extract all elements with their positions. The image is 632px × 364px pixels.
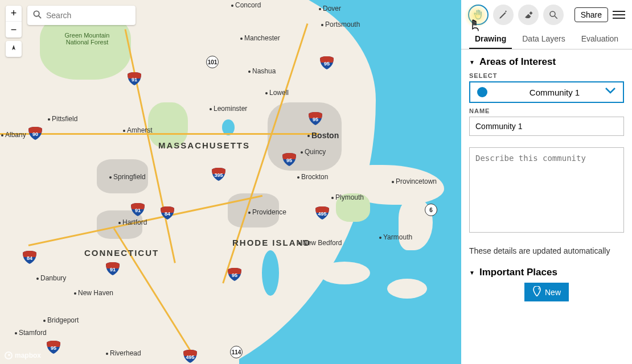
interstate-shield: 91 — [130, 202, 146, 217]
tab-data-layers[interactable]: Data Layers — [516, 30, 571, 49]
important-places-header[interactable]: ▼ Important Places — [469, 267, 624, 278]
city-label: Springfield — [109, 173, 146, 181]
zoom-control: + − — [6, 6, 22, 38]
svg-line-3 — [555, 16, 557, 19]
city-label: New Bedford — [298, 239, 342, 247]
city-label: New Haven — [74, 289, 113, 297]
collapse-icon: ▼ — [469, 270, 475, 276]
new-place-label: New — [545, 288, 561, 297]
compass-icon — [10, 45, 18, 53]
city-label: Provincetown — [392, 177, 437, 185]
city-label: Pittsfield — [48, 115, 77, 123]
us-route-shield: 6 — [425, 204, 437, 216]
collapse-icon: ▼ — [469, 59, 475, 65]
city-label: Boston — [307, 131, 339, 140]
zoom-compass-group: + − — [6, 6, 22, 57]
city-label: Danbury — [36, 274, 66, 282]
svg-text:+: + — [537, 286, 540, 292]
interstate-shield: 95 — [227, 267, 243, 282]
inspect-tool-button[interactable] — [543, 5, 564, 25]
select-label: SELECT — [469, 72, 624, 79]
eraser-icon — [523, 10, 533, 20]
areas-of-interest-header[interactable]: ▼ Areas of Interest — [469, 56, 624, 68]
community-select[interactable]: Community 1 — [469, 81, 624, 103]
city-label: Brockton — [297, 173, 328, 181]
search-box[interactable] — [27, 6, 136, 25]
city-label: Manchester — [240, 34, 280, 42]
state-label: CONNECTICUT — [84, 248, 159, 258]
new-place-button[interactable]: + New — [524, 283, 569, 301]
community-color-swatch — [477, 87, 487, 97]
city-label: Providence — [248, 208, 286, 216]
search-input[interactable] — [46, 11, 130, 20]
svg-line-1 — [39, 15, 41, 18]
interstate-shield: 495 — [182, 349, 198, 364]
interstate-shield: 95 — [281, 152, 297, 167]
lake — [262, 250, 279, 296]
city-label: Dover — [319, 5, 341, 13]
interstate-shield: 91 — [105, 262, 121, 276]
city-label: Stamford — [15, 329, 47, 337]
map-canvas[interactable]: MASSACHUSETTSCONNECTICUTRHODE ISLANDConc… — [0, 0, 461, 364]
search-icon — [33, 10, 42, 21]
mapbox-attribution: mapbox — [5, 351, 41, 359]
interstate-shield: 395 — [211, 167, 227, 182]
pan-tool-button[interactable] — [468, 5, 489, 25]
important-places-title: Important Places — [479, 267, 557, 278]
svg-point-2 — [550, 11, 555, 16]
autoupdate-note: These details are updated automatically — [469, 246, 624, 255]
city-label: Nashua — [248, 67, 276, 75]
us-route-shield: 101 — [206, 56, 219, 68]
interstate-shield: 495 — [314, 206, 330, 221]
marthas-vineyard — [319, 262, 370, 284]
name-label: NAME — [469, 107, 624, 114]
app-root: MASSACHUSETTSCONNECTICUTRHODE ISLANDConc… — [0, 0, 632, 364]
state-label: MASSACHUSETTS — [158, 140, 250, 150]
interstate-shield: 95 — [307, 111, 323, 126]
zoom-in-button[interactable]: + — [6, 6, 22, 22]
city-label: Plymouth — [331, 193, 364, 201]
city-label: Albany — [1, 131, 26, 139]
mapbox-logo-icon — [5, 351, 13, 359]
interstate-shield: 91 — [126, 72, 142, 86]
interstate-shield: 95 — [319, 56, 335, 71]
interstate-shield: 84 — [159, 206, 175, 221]
city-label: Hartford — [118, 218, 147, 226]
draw-tool-button[interactable] — [493, 5, 514, 25]
community-description-textarea[interactable] — [469, 147, 624, 233]
interstate-shield: 84 — [22, 250, 38, 265]
city-label: Riverhead — [106, 349, 141, 357]
tab-drawing[interactable]: Drawing — [469, 30, 512, 49]
city-label: Lowell — [265, 89, 289, 97]
city-label: Concord — [231, 1, 261, 9]
zoom-out-button[interactable]: − — [6, 22, 22, 38]
city-label: Bridgeport — [43, 316, 79, 324]
community-select-value: Community 1 — [504, 88, 605, 97]
city-label: Quincy — [301, 148, 326, 156]
section-important-places: ▼ Important Places + New — [469, 267, 624, 301]
tabs: Drawing Data Layers Evaluation — [461, 30, 632, 49]
reset-bearing-button[interactable] — [6, 41, 22, 57]
nantucket — [387, 279, 427, 299]
chevron-down-icon — [605, 87, 616, 97]
pencil-icon — [498, 10, 508, 20]
tab-evaluation[interactable]: Evaluation — [576, 30, 624, 49]
sidebar: Share Drawing Data Layers Evaluation ▼ A… — [461, 0, 632, 364]
mapbox-attribution-text: mapbox — [15, 351, 41, 359]
toolbar: Share — [461, 0, 632, 27]
magnifier-icon — [548, 10, 559, 20]
section-areas-of-interest: ▼ Areas of Interest SELECT Community 1 N… — [469, 56, 624, 255]
us-route-shield: 114 — [230, 346, 243, 358]
pin-plus-icon: + — [532, 286, 541, 298]
city-label: Leominster — [210, 105, 247, 113]
menu-button[interactable] — [613, 9, 625, 21]
erase-tool-button[interactable] — [518, 5, 539, 25]
community-name-input[interactable] — [469, 117, 624, 136]
long-island — [68, 336, 239, 364]
svg-point-0 — [34, 11, 39, 16]
city-label: Yarmouth — [379, 233, 412, 241]
share-button[interactable]: Share — [574, 7, 608, 22]
interstate-shield: 95 — [46, 340, 61, 355]
city-label: Portsmouth — [321, 20, 360, 28]
map-controls: + − — [6, 6, 136, 57]
